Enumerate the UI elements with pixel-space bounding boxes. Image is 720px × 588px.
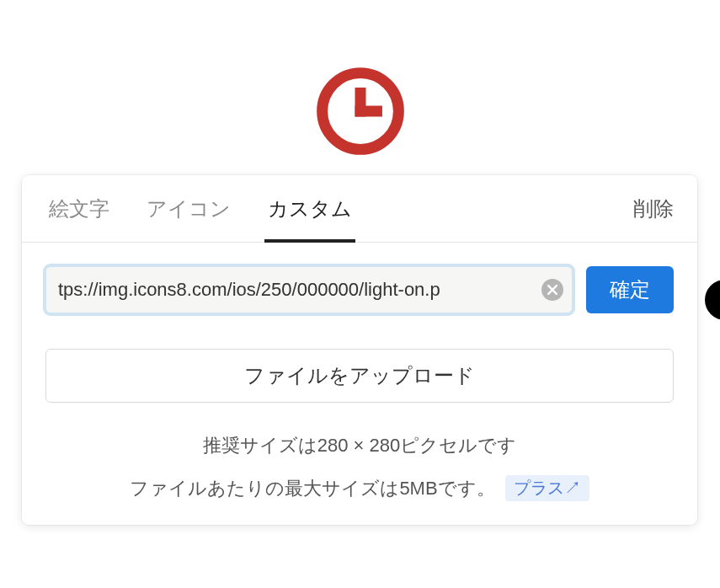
tab-custom[interactable]: カスタム: [264, 175, 355, 242]
url-input[interactable]: [58, 279, 533, 301]
close-icon: [547, 285, 557, 295]
clock-icon: [315, 66, 406, 157]
page-icon-preview[interactable]: [0, 0, 720, 157]
clear-input-button[interactable]: [541, 279, 563, 301]
plus-badge[interactable]: プラス↗: [505, 475, 589, 501]
hint-maxsize-text: ファイルあたりの最大サイズは5MBです。: [130, 476, 494, 501]
hint-recommended: 推奨サイズは280 × 280ピクセルです: [45, 433, 674, 458]
confirm-button[interactable]: 確定: [586, 266, 674, 313]
tab-bar: 絵文字 アイコン カスタム 削除: [22, 175, 697, 243]
side-handle: [705, 280, 720, 320]
remove-icon-button[interactable]: 削除: [633, 195, 674, 222]
upload-file-button[interactable]: ファイルをアップロード: [45, 349, 674, 403]
hint-maxsize-row: ファイルあたりの最大サイズは5MBです。 プラス↗: [45, 475, 674, 501]
tab-emoji[interactable]: 絵文字: [45, 175, 113, 242]
url-input-wrap: [45, 266, 573, 313]
icon-picker-popover: 絵文字 アイコン カスタム 削除 確定 ファイルをアップロード 推奨サイズは28…: [22, 175, 697, 525]
url-row: 確定: [45, 266, 674, 313]
tab-icon[interactable]: アイコン: [143, 175, 234, 242]
custom-panel: 確定 ファイルをアップロード 推奨サイズは280 × 280ピクセルです ファイ…: [22, 243, 697, 501]
svg-rect-2: [355, 106, 381, 117]
hint-recommended-text: 推奨サイズは280 × 280ピクセルです: [203, 433, 516, 458]
